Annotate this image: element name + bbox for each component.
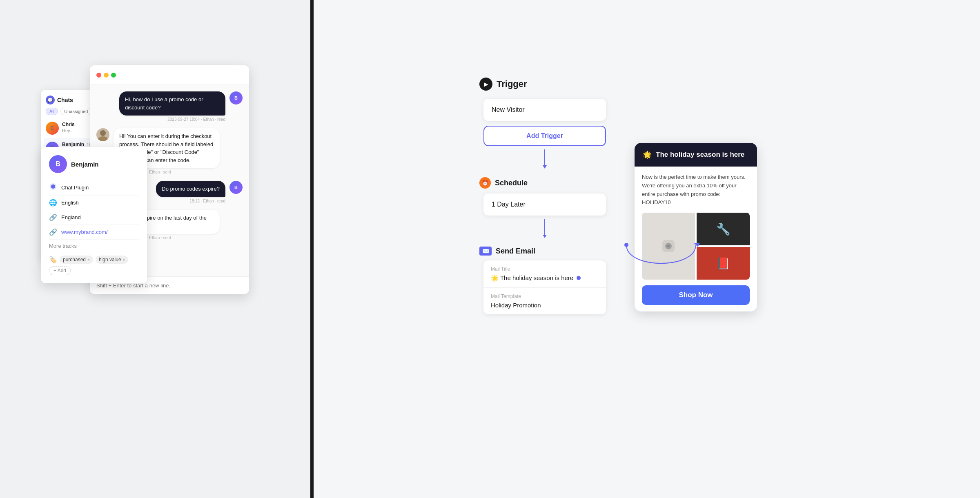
trigger-header: ▶ Trigger — [479, 78, 527, 91]
tag-chip-purchased: purchased × — [60, 256, 93, 264]
panel-divider — [310, 0, 314, 498]
mail-title-text: 🌟 The holiday season is here — [491, 274, 573, 282]
avatar — [96, 128, 109, 141]
svg-point-5 — [51, 185, 55, 189]
mail-card: Mail Title 🌟 The holiday season is here … — [483, 260, 606, 314]
sidebar-title: Chats — [57, 97, 73, 103]
tag-remove[interactable]: × — [123, 258, 125, 262]
info-panel: B Benjamin Chat Plugin 🌐 English 🔗 Engla… — [41, 147, 147, 283]
mail-title-label: Mail Title — [491, 266, 599, 272]
message-content: Do promo codes expire? 18:12 · Ethan · r… — [156, 181, 225, 203]
automation-container: ▶ Trigger New Visitor Add Trigger ⏰ Sche… — [479, 45, 814, 453]
right-panel: ▶ Trigger New Visitor Add Trigger ⏰ Sche… — [314, 0, 980, 498]
mail-title-field: Mail Title 🌟 The holiday season is here — [483, 260, 606, 288]
message-group: B Hi, how do I use a promo code or disco… — [96, 91, 243, 122]
arrow-connector — [622, 237, 704, 279]
mail-template-field: Mail Template Holiday Promotion — [483, 288, 606, 314]
tag-chip-highvalue: high value × — [96, 256, 129, 264]
trigger-card-text: New Visitor — [492, 106, 525, 113]
filter-all[interactable]: All — [46, 108, 58, 115]
message-bubble: Do promo codes expire? — [156, 181, 225, 197]
info-user-row: B Benjamin — [49, 155, 139, 173]
preview-header-text: The holiday season is here — [656, 151, 744, 159]
message-content: Hi, how do I use a promo code or discoun… — [119, 91, 225, 122]
schedule-label: Schedule — [495, 179, 528, 187]
chat-plugin-icon — [49, 183, 57, 192]
chat-window-header — [90, 65, 249, 85]
language-icon: 🌐 — [49, 199, 57, 207]
add-trigger-button[interactable]: Add Trigger — [483, 126, 606, 146]
info-avatar: B — [49, 155, 67, 173]
add-trigger-label: Add Trigger — [526, 132, 563, 139]
minimize-light[interactable] — [104, 73, 109, 78]
preview-card: 🌟 The holiday season is here Now is the … — [635, 143, 757, 311]
mail-title-value: 🌟 The holiday season is here — [491, 274, 599, 282]
maximize-light[interactable] — [111, 73, 116, 78]
add-tag-button[interactable]: + Add — [49, 266, 71, 275]
left-panel: 💬 Chats All Unassigned Robot C Chris 18:… — [0, 0, 310, 498]
info-user-name: Benjamin — [71, 161, 99, 168]
shop-now-label: Shop Now — [679, 291, 713, 299]
chat-app-container: 💬 Chats All Unassigned Robot C Chris 18:… — [41, 65, 270, 433]
svg-point-0 — [100, 130, 106, 136]
svg-marker-7 — [694, 243, 700, 247]
info-region-row: 🔗 England — [49, 210, 139, 225]
close-light[interactable] — [96, 73, 101, 78]
preview-emoji: 🌟 — [643, 150, 652, 159]
preview-image-tool: 🔧 — [697, 213, 750, 245]
traffic-lights — [96, 73, 116, 78]
svg-point-1 — [98, 136, 108, 141]
mail-template-label: Mail Template — [491, 293, 599, 299]
filter-unassigned[interactable]: Unassigned — [60, 108, 91, 115]
info-plugin: Chat Plugin — [61, 185, 89, 191]
mail-template-text: Holiday Promotion — [491, 302, 541, 309]
info-region: England — [61, 214, 81, 220]
trigger-label: Trigger — [497, 79, 527, 89]
shop-now-button[interactable]: Shop Now — [642, 285, 750, 305]
workflow-column: ▶ Trigger New Visitor Add Trigger ⏰ Sche… — [479, 78, 610, 314]
send-email-header: ✉️ Send Email — [479, 247, 535, 256]
trigger-icon: ▶ — [479, 78, 492, 91]
mail-template-value: Holiday Promotion — [491, 302, 599, 309]
connector-1 — [544, 149, 545, 166]
tag-remove[interactable]: × — [87, 258, 90, 262]
info-website-row: 🔗 www.mybrand.com/ — [49, 225, 139, 240]
info-language-row: 🌐 English — [49, 196, 139, 210]
trigger-card[interactable]: New Visitor — [483, 99, 606, 121]
tag-label: purchased — [63, 257, 86, 262]
region-icon: 🔗 — [49, 213, 57, 221]
tag-label: high value — [99, 257, 121, 262]
message-bubble: Hi, how do I use a promo code or discoun… — [119, 91, 225, 116]
contact-name: Benjamin — [62, 142, 84, 147]
send-email-label: Send Email — [496, 247, 535, 256]
message-meta: 2023-09-27 18:04 · Ethan · read — [119, 117, 225, 122]
preview-column: 🌟 The holiday season is here Now is the … — [635, 143, 757, 311]
link-icon: 🔗 — [49, 228, 57, 236]
send-email-icon: ✉️ — [479, 247, 492, 256]
info-plugin-row: Chat Plugin — [49, 180, 139, 196]
tag-icon: 🏷️ — [49, 256, 57, 264]
info-language: English — [61, 200, 79, 206]
preview-image-book: 📕 — [697, 247, 750, 280]
schedule-card[interactable]: 1 Day Later — [483, 193, 606, 216]
preview-body-text: Now is the perfect time to make them you… — [642, 173, 750, 207]
connector-2 — [544, 219, 545, 235]
avatar: B — [229, 91, 243, 104]
info-more-tracks: More tracks — [49, 240, 139, 252]
avatar: C — [46, 122, 59, 135]
svg-point-6 — [624, 243, 628, 247]
preview-header: 🌟 The holiday season is here — [635, 143, 757, 167]
chat-input[interactable] — [96, 282, 243, 289]
add-tag-label: + Add — [53, 268, 66, 273]
mail-dot — [577, 276, 581, 280]
schedule-card-text: 1 Day Later — [492, 201, 526, 208]
message-meta: 18:12 · Ethan · read — [156, 199, 225, 203]
tags-section: 🏷️ purchased × high value × + Add — [49, 252, 139, 275]
avatar: B — [229, 181, 243, 194]
chat-icon: 💬 — [46, 96, 55, 104]
schedule-header: ⏰ Schedule — [479, 177, 528, 189]
contact-name: Chris — [62, 122, 75, 127]
schedule-icon: ⏰ — [479, 177, 491, 189]
info-website[interactable]: www.mybrand.com/ — [61, 229, 107, 235]
